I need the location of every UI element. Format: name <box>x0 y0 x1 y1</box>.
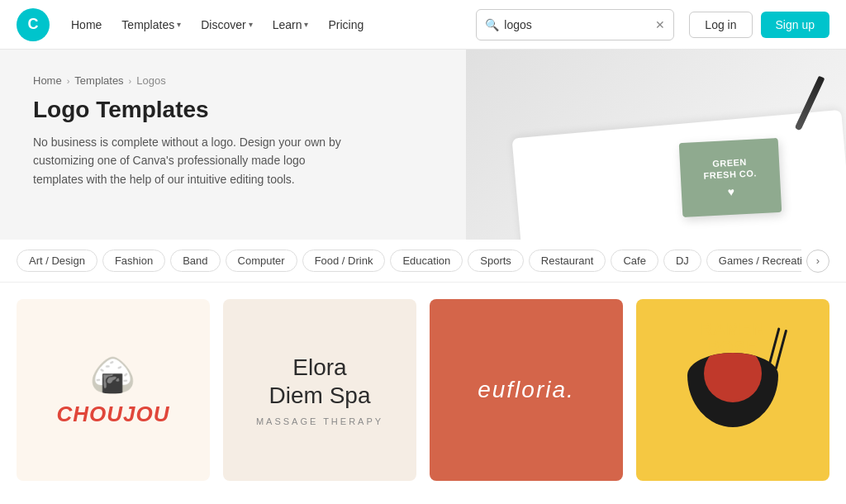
eufloria-content: eufloria. <box>478 377 575 403</box>
sushi-icon: 🍙 <box>90 354 135 397</box>
breadcrumb: Home › Templates › Logos <box>33 74 347 87</box>
filter-tag-band[interactable]: Band <box>170 250 220 272</box>
clear-search-button[interactable]: ✕ <box>655 18 665 31</box>
ramen-sun-decoration <box>704 353 762 402</box>
breadcrumb-home[interactable]: Home <box>33 74 62 87</box>
hero-paper-decoration <box>512 110 846 240</box>
template-card-choujou[interactable]: 🍙 CHOUJOU <box>17 299 210 481</box>
nav-links: Home Templates ▾ Discover ▾ Learn ▾ Pric… <box>63 13 372 36</box>
page-title: Logo Templates <box>33 97 347 123</box>
nav-templates[interactable]: Templates ▾ <box>113 13 189 36</box>
filter-tag-computer[interactable]: Computer <box>226 250 297 272</box>
ramen-content: RAMENROSE JAPANESE CUISINE <box>687 353 778 427</box>
elora-content: EloraDiem Spa MASSAGE THERAPY <box>256 354 383 426</box>
signup-button[interactable]: Sign up <box>761 12 829 38</box>
card-text: GREENFRESH CO. <box>703 155 758 182</box>
breadcrumb-templates[interactable]: Templates <box>74 74 123 87</box>
hero-image: GREENFRESH CO. ♥ <box>466 50 846 240</box>
canva-logo[interactable]: C <box>17 8 50 41</box>
nav-pricing[interactable]: Pricing <box>320 13 372 36</box>
nav-learn[interactable]: Learn ▾ <box>264 13 317 36</box>
template-card-eufloria[interactable]: eufloria. <box>430 299 623 481</box>
template-card-elora-diem-spa[interactable]: EloraDiem Spa MASSAGE THERAPY <box>223 299 416 481</box>
breadcrumb-separator: › <box>67 76 70 86</box>
nav-actions: Log in Sign up <box>689 12 829 38</box>
login-button[interactable]: Log in <box>689 12 752 38</box>
breadcrumb-separator: › <box>129 76 132 86</box>
chevron-down-icon: ▾ <box>249 20 253 29</box>
navbar: C Home Templates ▾ Discover ▾ Learn ▾ Pr… <box>0 0 846 50</box>
nav-home[interactable]: Home <box>63 13 110 36</box>
hero-description: No business is complete without a logo. … <box>33 133 347 188</box>
search-bar: 🔍 ✕ <box>476 9 674 40</box>
filter-bar: Art / Design Fashion Band Computer Food … <box>0 240 846 283</box>
filter-tag-restaurant[interactable]: Restaurant <box>529 250 606 272</box>
template-grid: 🍙 CHOUJOU EloraDiem Spa MASSAGE THERAPY … <box>0 283 846 481</box>
hero-section: Home › Templates › Logos Logo Templates … <box>0 50 846 240</box>
search-input[interactable] <box>504 18 650 31</box>
chevron-down-icon: ▾ <box>304 20 308 29</box>
filter-tag-education[interactable]: Education <box>390 250 463 272</box>
elora-logo-text: EloraDiem Spa <box>269 354 371 409</box>
choujou-content: 🍙 CHOUJOU <box>56 354 169 427</box>
hero-content: Home › Templates › Logos Logo Templates … <box>0 50 380 213</box>
ramen-logo-text: RAMENROSE <box>692 320 773 356</box>
breadcrumb-current: Logos <box>136 74 165 87</box>
ramen-bowl-icon <box>687 353 778 427</box>
filter-tag-art-design[interactable]: Art / Design <box>17 250 97 272</box>
heart-icon: ♥ <box>727 185 734 198</box>
elora-subtitle-text: MASSAGE THERAPY <box>256 416 383 426</box>
filter-tag-cafe[interactable]: Cafe <box>611 250 658 272</box>
eufloria-logo-text: eufloria. <box>478 377 575 402</box>
choujou-logo-text: CHOUJOU <box>56 402 169 427</box>
search-icon: 🔍 <box>485 18 499 31</box>
filter-tag-games-recreation[interactable]: Games / Recreation <box>706 250 801 272</box>
filter-tag-sports[interactable]: Sports <box>468 250 524 272</box>
filter-tag-fashion[interactable]: Fashion <box>102 250 165 272</box>
template-card-ramen-rose[interactable]: RAMENROSE JAPANESE CUISINE <box>636 299 829 481</box>
filter-tag-food-drink[interactable]: Food / Drink <box>302 250 386 272</box>
nav-discover[interactable]: Discover ▾ <box>192 13 260 36</box>
filter-next-button[interactable]: › <box>806 250 829 273</box>
hero-card-decoration: GREENFRESH CO. ♥ <box>679 138 782 217</box>
filter-tag-dj[interactable]: DJ <box>663 250 701 272</box>
chevron-down-icon: ▾ <box>177 20 181 29</box>
filter-tags: Art / Design Fashion Band Computer Food … <box>17 250 801 272</box>
